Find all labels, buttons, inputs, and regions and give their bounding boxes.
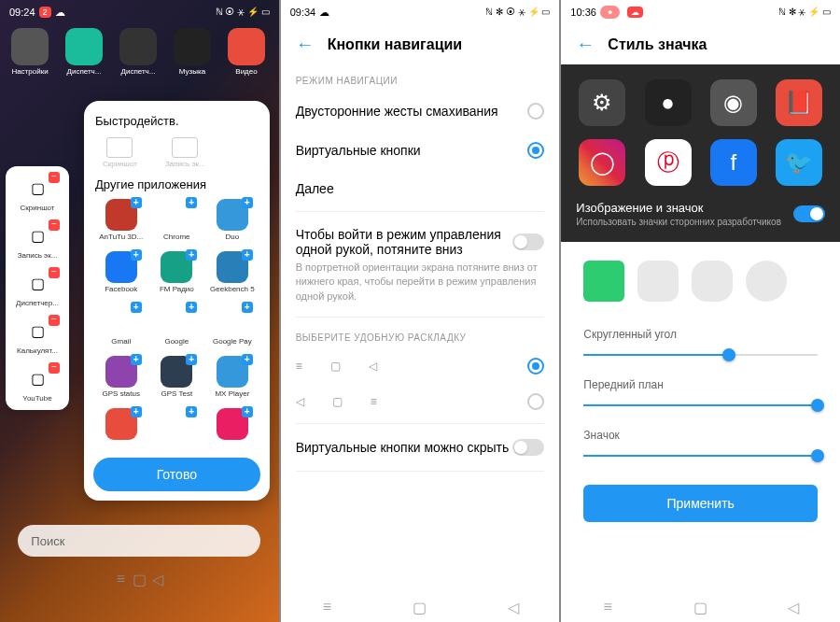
add-icon[interactable]: + xyxy=(131,197,142,208)
add-icon[interactable]: + xyxy=(186,197,197,208)
remove-icon[interactable]: − xyxy=(49,362,60,374)
remove-icon[interactable]: − xyxy=(49,219,60,231)
app-item[interactable]: +Google xyxy=(149,304,205,352)
phone-nav-settings: 09:34 ☁ ℕ ✻ ⦿ ⚹ ⚡ ▭ ← Кнопки навигации Р… xyxy=(281,0,560,622)
toggle-icon[interactable] xyxy=(793,205,825,222)
app-item[interactable]: +Chrome xyxy=(149,199,205,247)
shape-option[interactable] xyxy=(746,261,787,302)
nav-menu-icon[interactable]: ≡ xyxy=(598,598,617,616)
sidebar-item[interactable]: −▢Диспетчер... xyxy=(9,269,65,307)
sidebar-item[interactable]: −▢YouTube xyxy=(9,364,65,403)
one-hand-row[interactable]: Чтобы войти в режим управления одной рук… xyxy=(281,216,560,261)
header: ← Кнопки навигации xyxy=(281,24,560,64)
add-icon[interactable]: + xyxy=(242,197,253,208)
add-icon[interactable]: + xyxy=(242,406,253,417)
search-bar[interactable]: Поиск xyxy=(18,525,260,557)
shape-option[interactable] xyxy=(692,261,733,302)
layout-option-2[interactable]: ◁▢≡ xyxy=(281,384,560,419)
radio-icon[interactable] xyxy=(527,358,544,375)
done-button[interactable]: Готово xyxy=(93,458,260,491)
twitter-icon: 🐦 xyxy=(776,139,822,186)
back-icon[interactable]: ← xyxy=(296,34,315,55)
app-item[interactable]: +Duo xyxy=(204,199,260,247)
nav-back-icon[interactable]: ◁ xyxy=(148,570,167,588)
shape-option[interactable] xyxy=(583,261,624,302)
remove-icon[interactable]: − xyxy=(49,172,60,183)
app-item[interactable]: +FM Радио xyxy=(149,251,205,300)
toggle-icon[interactable] xyxy=(512,233,544,250)
slider[interactable] xyxy=(583,404,818,406)
app-item[interactable]: +Geekbench 5 xyxy=(204,251,260,300)
app-item[interactable]: + xyxy=(204,408,260,448)
add-icon[interactable]: + xyxy=(131,249,142,261)
shape-option[interactable] xyxy=(637,261,679,302)
radio-icon[interactable] xyxy=(527,103,544,120)
home-app[interactable]: Видео xyxy=(224,28,269,76)
hide-buttons-row[interactable]: Виртуальные кнопки можно скрыть xyxy=(281,428,560,467)
apply-button[interactable]: Применить xyxy=(583,485,818,522)
sidebar-item[interactable]: −▢Запись эк... xyxy=(9,221,65,260)
add-icon[interactable]: + xyxy=(242,354,253,365)
nav-home-icon[interactable]: ▢ xyxy=(692,598,710,616)
app-item[interactable]: +Facebook xyxy=(93,251,149,300)
smart-sidebar[interactable]: −▢Скриншот−▢Запись эк...−▢Диспетчер...−▢… xyxy=(6,166,69,410)
add-icon[interactable]: + xyxy=(242,302,253,313)
icon-preview-panel: ⚙ ● ◉ 📕 ◯ ⓟ f 🐦 Изображение и значок Исп… xyxy=(561,64,840,242)
add-icon[interactable]: + xyxy=(186,354,197,365)
add-icon[interactable]: + xyxy=(186,249,197,261)
home-app[interactable]: Диспетч... xyxy=(116,28,161,76)
app-item[interactable]: +Gmail xyxy=(93,304,149,352)
option-more[interactable]: Далее xyxy=(281,170,560,207)
panel-sub: Использовать значки сторонних разработчи… xyxy=(576,217,781,227)
add-icon[interactable]: + xyxy=(131,406,142,417)
add-icon[interactable]: + xyxy=(131,354,142,365)
radio-icon[interactable] xyxy=(527,142,544,159)
option-gestures[interactable]: Двусторонние жесты смахивания xyxy=(281,92,560,131)
nav-back-icon[interactable]: ◁ xyxy=(784,598,803,616)
rec-badge: ● xyxy=(600,6,620,19)
remove-icon[interactable]: − xyxy=(49,315,60,326)
slider[interactable] xyxy=(583,354,818,356)
add-icon[interactable]: + xyxy=(186,406,197,417)
nav-bar: ≡ ▢ ◁ xyxy=(111,564,167,594)
remove-icon[interactable]: − xyxy=(49,267,60,278)
layout-option-1[interactable]: ≡▢◁ xyxy=(281,348,560,384)
nav-home-icon[interactable]: ▢ xyxy=(411,598,429,616)
use-third-party-row[interactable]: Изображение и значок Использовать значки… xyxy=(576,201,825,227)
header: ← Стиль значка xyxy=(561,24,840,64)
home-app[interactable]: Настройки xyxy=(7,28,52,76)
app-item[interactable]: +MX Player xyxy=(204,356,260,404)
music-icon: ● xyxy=(645,79,692,126)
app-item[interactable]: + xyxy=(93,408,149,448)
sidebar-item[interactable]: −▢Калькулят... xyxy=(9,317,65,355)
slider[interactable] xyxy=(583,455,818,457)
home-app[interactable]: Музыка xyxy=(170,28,215,76)
sidebar-item[interactable]: −▢Скриншот xyxy=(9,174,65,212)
back-icon[interactable]: ← xyxy=(576,34,595,55)
app-item[interactable]: + xyxy=(149,408,205,448)
radio-icon[interactable] xyxy=(527,393,544,410)
nav-back-icon[interactable]: ◁ xyxy=(504,598,523,616)
app-item[interactable]: +GPS Test xyxy=(149,356,205,404)
add-icon[interactable]: + xyxy=(186,302,197,313)
app-grid: +AnTuTu 3D...+Chrome+Duo+Facebook+FM Рад… xyxy=(93,195,260,452)
app-item[interactable]: +Google Pay xyxy=(204,304,260,352)
nav-bar: ≡ ▢ ◁ xyxy=(281,592,560,622)
quick-action[interactable]: Запись эк... xyxy=(165,137,205,168)
add-icon[interactable]: + xyxy=(242,249,253,261)
option-virtual-buttons[interactable]: Виртуальные кнопки xyxy=(281,131,560,170)
nav-menu-icon[interactable]: ≡ xyxy=(111,570,130,588)
book-icon: 📕 xyxy=(776,79,822,126)
toggle-icon[interactable] xyxy=(512,439,544,456)
home-app[interactable]: Диспетч... xyxy=(62,28,106,76)
app-item[interactable]: +AnTuTu 3D... xyxy=(93,199,149,247)
nav-bar: ≡ ▢ ◁ xyxy=(561,592,840,622)
quick-action[interactable]: Скриншот xyxy=(103,137,137,168)
app-item[interactable]: +GPS status xyxy=(93,356,149,404)
slider-foreground: Передний план xyxy=(561,371,840,421)
add-icon[interactable]: + xyxy=(131,302,142,313)
pinterest-icon: ⓟ xyxy=(645,139,692,186)
apps-title: Другие приложения xyxy=(95,177,259,191)
nav-home-icon[interactable]: ▢ xyxy=(130,570,148,588)
nav-menu-icon[interactable]: ≡ xyxy=(317,598,336,616)
